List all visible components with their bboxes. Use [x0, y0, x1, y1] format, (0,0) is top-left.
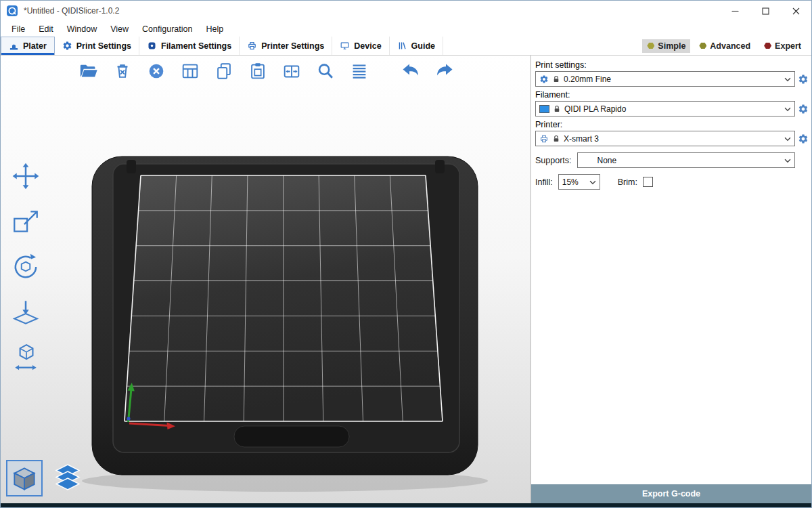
tab-label: Printer Settings — [261, 41, 324, 51]
print-settings-gear-button[interactable] — [795, 74, 811, 85]
tab-filament-settings[interactable]: Filament Settings — [139, 37, 240, 55]
guide-book-icon — [397, 41, 407, 51]
tab-print-settings[interactable]: Print Settings — [55, 37, 139, 55]
split-icon — [284, 66, 298, 77]
tab-printer-settings[interactable]: Printer Settings — [240, 37, 332, 55]
mode-label: Expert — [775, 41, 801, 51]
copy-button[interactable] — [212, 59, 236, 83]
menu-help[interactable]: Help — [199, 22, 230, 36]
mode-advanced[interactable]: Advanced — [694, 39, 755, 53]
tab-label: Plater — [23, 41, 47, 51]
brim-label: Brim: — [618, 177, 637, 187]
maximize-button[interactable] — [750, 1, 781, 21]
main-area: Print settings: 0.20mm Fine Filament: QI… — [1, 56, 811, 507]
tab-plater[interactable]: Plater — [1, 37, 55, 55]
filament-gear-button[interactable] — [795, 104, 811, 114]
close-button[interactable] — [781, 1, 811, 21]
app-window: *Untitled - QIDISlicer-1.0.2 File Edit W… — [0, 0, 812, 508]
window-controls — [720, 1, 811, 21]
filament-color-swatch — [539, 105, 549, 113]
lock-icon — [552, 135, 560, 143]
export-gcode-button[interactable]: Export G-code — [531, 484, 811, 503]
paste-button[interactable] — [246, 59, 270, 83]
mode-simple[interactable]: Simple — [642, 39, 690, 53]
arrange-button[interactable] — [178, 59, 202, 83]
menu-file[interactable]: File — [5, 22, 32, 36]
infill-label: Infill: — [535, 177, 553, 187]
gear-icon — [539, 75, 549, 84]
paste-icon — [252, 63, 264, 78]
mode-expert[interactable]: Expert — [759, 39, 806, 53]
rotate-tool-button[interactable] — [7, 250, 44, 284]
printer-select[interactable]: X-smart 3 — [535, 131, 795, 146]
print-settings-select[interactable]: 0.20mm Fine — [535, 71, 795, 87]
mode-label: Advanced — [710, 41, 750, 51]
print-bed[interactable] — [1, 56, 532, 503]
menu-edit[interactable]: Edit — [32, 22, 60, 36]
tab-bar: Plater Print Settings Filament Settings … — [1, 37, 811, 56]
flatten-icon — [14, 301, 37, 323]
print-settings-value: 0.20mm Fine — [564, 75, 779, 84]
filament-spool-icon — [147, 41, 157, 51]
menu-window[interactable]: Window — [60, 22, 104, 36]
supports-select[interactable]: None — [577, 152, 795, 168]
place-on-face-tool-button[interactable] — [7, 295, 44, 329]
supports-label: Supports: — [535, 156, 572, 165]
window-title: *Untitled - QIDISlicer-1.0.2 — [24, 6, 119, 16]
search-icon — [319, 65, 332, 78]
trash-icon — [117, 65, 127, 77]
tab-label: Guide — [411, 41, 435, 51]
viewport-3d[interactable] — [1, 56, 532, 503]
scale-tool-button[interactable] — [7, 205, 44, 238]
printer-value: X-smart 3 — [564, 134, 779, 144]
menu-bar: File Edit Window View Configuration Help — [1, 21, 811, 37]
filament-value: QIDI PLA Rapido — [564, 104, 779, 114]
tab-device[interactable]: Device — [332, 37, 389, 55]
print-settings-label: Print settings: — [535, 60, 811, 70]
printer-icon — [539, 134, 549, 144]
tab-label: Print Settings — [76, 41, 131, 51]
move-tool-button[interactable] — [7, 159, 44, 193]
filament-select[interactable]: QIDI PLA Rapido — [535, 101, 795, 117]
delete-all-button[interactable] — [144, 59, 168, 83]
move-arrows-icon — [13, 163, 39, 190]
plater-icon — [9, 41, 19, 51]
measure-tool-button[interactable] — [7, 341, 44, 375]
preview-view-button[interactable] — [49, 460, 86, 496]
editor-view-button[interactable] — [6, 460, 43, 496]
redo-arrow-icon — [437, 64, 453, 76]
cube-3d-icon — [14, 468, 34, 489]
chevron-down-icon — [782, 74, 793, 85]
printer-label: Printer: — [535, 120, 811, 129]
supports-value: None — [581, 156, 779, 165]
chevron-down-icon — [782, 104, 793, 114]
rotate-icon — [16, 254, 36, 278]
brim-checkbox[interactable] — [643, 177, 653, 187]
object-toolbar — [76, 59, 457, 83]
minimize-button[interactable] — [720, 1, 750, 21]
mode-label: Simple — [658, 41, 685, 51]
filament-label: Filament: — [535, 90, 811, 100]
open-button[interactable] — [76, 59, 101, 83]
view-toolbar — [6, 460, 86, 496]
menu-configuration[interactable]: Configuration — [135, 22, 199, 36]
simple-mode-dot-icon — [647, 43, 654, 49]
folder-open-icon — [80, 65, 97, 77]
printer-gear-button[interactable] — [795, 133, 811, 144]
expert-mode-dot-icon — [764, 43, 771, 49]
bottom-status-strip — [1, 503, 811, 507]
tab-guide[interactable]: Guide — [390, 37, 443, 55]
undo-button[interactable] — [399, 59, 423, 83]
redo-button[interactable] — [432, 59, 457, 83]
gizmo-toolbar — [7, 159, 44, 375]
infill-select[interactable]: 15% — [558, 174, 600, 190]
lock-icon — [552, 75, 560, 83]
search-button[interactable] — [313, 59, 338, 83]
lock-icon — [553, 105, 561, 113]
split-objects-button[interactable] — [279, 59, 304, 83]
delete-button[interactable] — [110, 59, 135, 83]
chevron-down-icon — [782, 155, 793, 166]
menu-view[interactable]: View — [104, 22, 135, 36]
variable-layer-height-button[interactable] — [347, 59, 371, 83]
tab-label: Filament Settings — [161, 41, 231, 51]
